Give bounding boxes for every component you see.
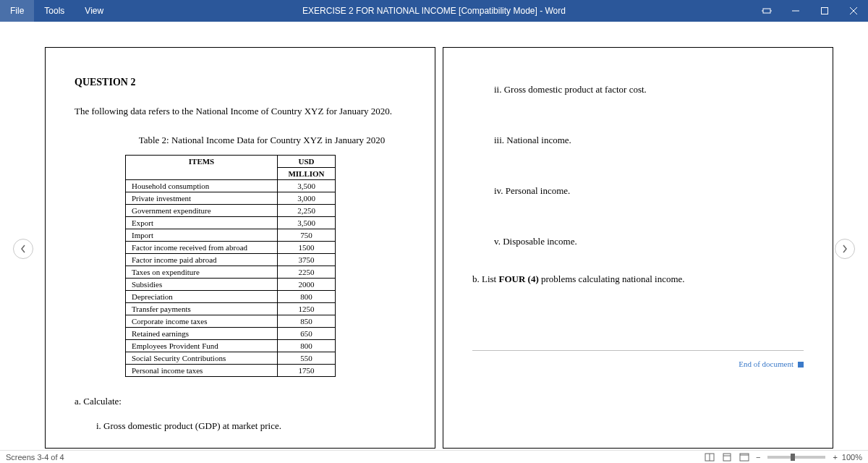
ribbon-display-icon[interactable]	[752, 0, 781, 22]
intro-text: The following data refers to the Nationa…	[75, 106, 406, 117]
minimize-icon[interactable]	[781, 0, 810, 22]
table-cell-value: 850	[278, 315, 336, 328]
menu-view[interactable]: View	[75, 0, 114, 22]
table-cell-value: 800	[278, 340, 336, 352]
part-a-ii: ii. Gross domestic product at factor cos…	[494, 84, 804, 95]
table-cell-item: Household consumption	[126, 180, 278, 192]
table-row: Household consumption3,500	[126, 180, 336, 192]
part-b-bold: FOUR (4)	[498, 273, 538, 284]
page-4: ii. Gross domestic product at factor cos…	[443, 47, 833, 449]
status-bar: Screens 3-4 of 4 − + 100%	[0, 450, 868, 463]
maximize-icon[interactable]	[810, 0, 839, 22]
table-cell-item: Retained earnings	[126, 328, 278, 340]
table-row: Employees Provident Fund800	[126, 340, 336, 352]
table-cell-value: 3,500	[278, 217, 336, 229]
table-row: Retained earnings650	[126, 328, 336, 340]
table-cell-item: Taxes on expenditure	[126, 266, 278, 279]
document-workspace: QUESTION 2 The following data refers to …	[0, 22, 868, 450]
table-row: Social Security Contributions550	[126, 352, 336, 365]
table-row: Factor income paid abroad3750	[126, 254, 336, 266]
table-row: Government expenditure2,250	[126, 205, 336, 217]
zoom-in-button[interactable]: +	[833, 453, 837, 462]
screens-indicator[interactable]: Screens 3-4 of 4	[6, 453, 64, 462]
table-cell-item: Depreciation	[126, 291, 278, 303]
table-body: Household consumption3,500Private invest…	[126, 180, 336, 377]
zoom-out-button[interactable]: −	[756, 453, 760, 462]
part-a-iii: iii. National income.	[494, 135, 804, 146]
web-layout-icon[interactable]	[736, 451, 752, 463]
question-heading: QUESTION 2	[75, 77, 406, 88]
svg-rect-0	[763, 9, 770, 13]
zoom-slider[interactable]	[767, 456, 825, 459]
close-icon[interactable]	[839, 0, 868, 22]
table-cell-value: 800	[278, 291, 336, 303]
table-row: Factor income received from abroad1500	[126, 242, 336, 254]
previous-page-button[interactable]	[13, 239, 33, 259]
table-cell-item: Factor income received from abroad	[126, 242, 278, 254]
table-cell-value: 1750	[278, 365, 336, 377]
end-separator	[472, 350, 804, 351]
table-row: Export3,500	[126, 217, 336, 229]
table-cell-item: Government expenditure	[126, 205, 278, 217]
table-cell-item: Employees Provident Fund	[126, 340, 278, 352]
end-of-document: End of document	[472, 360, 804, 368]
col-items: ITEMS	[126, 156, 278, 180]
table-cell-value: 2250	[278, 266, 336, 279]
table-row: Depreciation800	[126, 291, 336, 303]
next-page-button[interactable]	[835, 239, 855, 259]
print-layout-icon[interactable]	[719, 451, 735, 463]
document-title: EXERCISE 2 FOR NATIONAL INCOME [Compatib…	[302, 6, 566, 16]
part-a-i: i. Gross domestic product (GDP) at marke…	[96, 420, 406, 432]
table-cell-value: 1500	[278, 242, 336, 254]
end-of-document-label: End of document	[739, 360, 793, 368]
part-a-iv: iv. Personal income.	[494, 185, 804, 197]
table-cell-value: 650	[278, 328, 336, 340]
part-a-v: v. Disposable income.	[494, 236, 804, 247]
title-bar: File Tools View EXERCISE 2 FOR NATIONAL …	[0, 0, 868, 22]
table-cell-item: Social Security Contributions	[126, 352, 278, 365]
page-3: QUESTION 2 The following data refers to …	[45, 47, 435, 449]
menu-tools[interactable]: Tools	[34, 0, 75, 22]
part-b-prefix: b. List	[472, 273, 498, 284]
table-cell-value: 3,000	[278, 192, 336, 205]
table-cell-item: Export	[126, 217, 278, 229]
table-cell-item: Subsidies	[126, 279, 278, 291]
end-marker-icon	[798, 362, 804, 368]
col-usd-line2: MILLION	[278, 168, 336, 180]
table-cell-value: 3750	[278, 254, 336, 266]
col-usd-line1: USD	[278, 156, 336, 168]
table-cell-value: 3,500	[278, 180, 336, 192]
table-cell-item: Personal income taxes	[126, 365, 278, 377]
table-cell-item: Factor income paid abroad	[126, 254, 278, 266]
table-cell-value: 2,250	[278, 205, 336, 217]
table-cell-item: Corporate income taxes	[126, 315, 278, 328]
table-caption: Table 2: National Income Data for Countr…	[118, 135, 406, 146]
table-row: Import750	[126, 229, 336, 242]
zoom-level[interactable]: 100%	[842, 453, 862, 462]
table-cell-value: 550	[278, 352, 336, 365]
table-row: Subsidies2000	[126, 279, 336, 291]
svg-rect-9	[723, 454, 731, 461]
national-income-table: ITEMS USD MILLION Household consumption3…	[125, 155, 336, 377]
table-cell-item: Private investment	[126, 192, 278, 205]
part-a-label: a. Calculate:	[75, 396, 406, 407]
table-cell-value: 2000	[278, 279, 336, 291]
table-row: Taxes on expenditure2250	[126, 266, 336, 279]
table-row: Private investment3,000	[126, 192, 336, 205]
table-cell-value: 750	[278, 229, 336, 242]
table-cell-item: Transfer payments	[126, 303, 278, 315]
part-b-suffix: problems calculating national income.	[539, 273, 685, 284]
table-row: Personal income taxes1750	[126, 365, 336, 377]
menu-file[interactable]: File	[0, 0, 34, 22]
read-mode-icon[interactable]	[702, 451, 718, 463]
table-cell-item: Import	[126, 229, 278, 242]
table-row: Corporate income taxes850	[126, 315, 336, 328]
table-row: Transfer payments1250	[126, 303, 336, 315]
part-b: b. List FOUR (4) problems calculating na…	[472, 273, 804, 285]
table-cell-value: 1250	[278, 303, 336, 315]
svg-rect-4	[822, 8, 828, 14]
